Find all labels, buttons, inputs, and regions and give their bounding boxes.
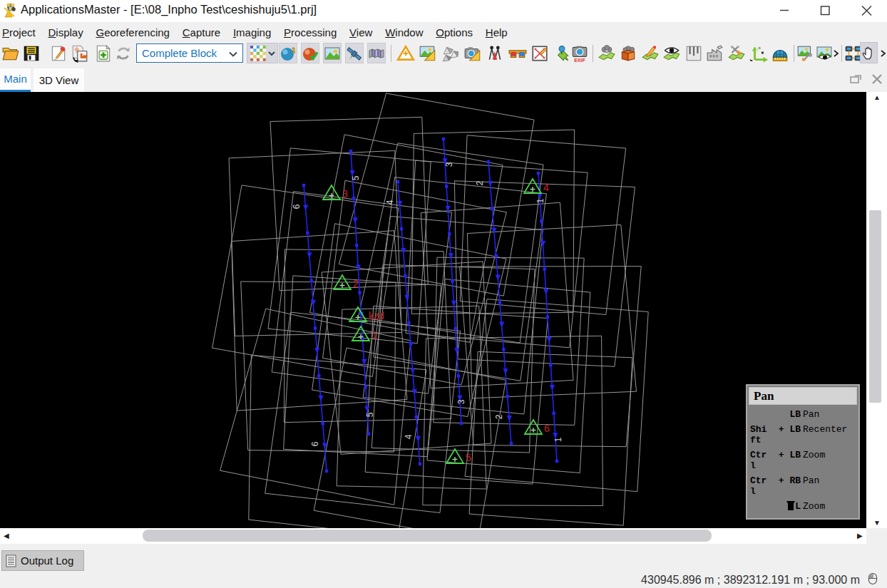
svg-text:kzd: kzd bbox=[369, 310, 384, 321]
svg-text:1: 1 bbox=[371, 329, 377, 341]
svg-text:4: 4 bbox=[404, 434, 414, 439]
svg-text:4: 4 bbox=[543, 182, 549, 193]
svg-text:2: 2 bbox=[353, 278, 359, 289]
svg-text:6: 6 bbox=[544, 423, 550, 434]
svg-text:1: 1 bbox=[553, 437, 563, 442]
svg-text:1: 1 bbox=[535, 198, 545, 203]
svg-text:6: 6 bbox=[310, 441, 320, 446]
svg-text:3: 3 bbox=[342, 188, 348, 200]
svg-text:2: 2 bbox=[494, 414, 504, 419]
svg-text:5: 5 bbox=[351, 175, 361, 180]
svg-text:EXIF: EXIF bbox=[574, 57, 585, 62]
svg-text:3: 3 bbox=[456, 399, 466, 404]
svg-text:6: 6 bbox=[292, 204, 302, 209]
svg-text:5: 5 bbox=[365, 412, 375, 417]
svg-text:2: 2 bbox=[475, 180, 485, 185]
svg-text:3: 3 bbox=[444, 162, 454, 167]
svg-text:4: 4 bbox=[385, 200, 395, 205]
svg-text:5: 5 bbox=[466, 452, 471, 463]
